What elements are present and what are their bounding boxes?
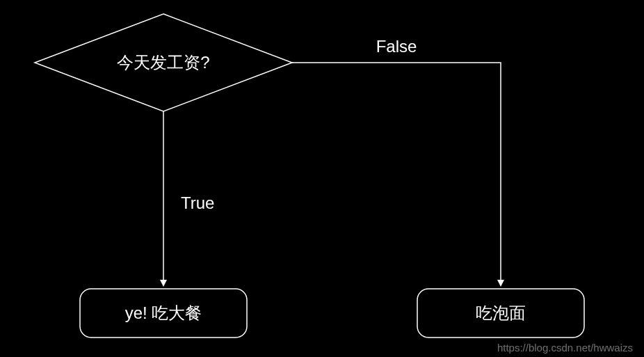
watermark: https://blog.csdn.net/hwwaizs [497,342,633,354]
true-outcome-label: ye! 吃大餐 [125,303,202,322]
false-outcome-label: 吃泡面 [476,303,526,322]
flowchart-canvas: 今天发工资? True False ye! 吃大餐 吃泡面 https://bl… [0,0,644,357]
false-edge-label: False [376,37,417,56]
true-edge-label: True [181,193,214,212]
true-outcome-node: ye! 吃大餐 [80,289,247,338]
decision-label: 今天发工资? [117,53,209,72]
false-edge: False [292,37,501,285]
true-edge: True [163,111,214,285]
decision-node: 今天发工资? [35,14,292,111]
false-outcome-node: 吃泡面 [417,289,584,338]
